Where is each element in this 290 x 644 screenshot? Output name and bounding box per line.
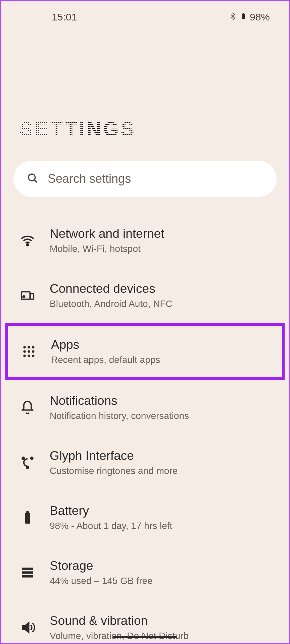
svg-line-3 bbox=[34, 180, 37, 182]
item-subtitle: Recent apps, default apps bbox=[51, 355, 160, 365]
item-title: Connected devices bbox=[50, 282, 173, 296]
svg-point-16 bbox=[32, 355, 34, 357]
status-right: 98% bbox=[229, 11, 270, 23]
item-title: Notifications bbox=[50, 394, 189, 408]
setting-item-battery[interactable]: Battery 98% - About 1 day, 17 hrs left bbox=[1, 490, 289, 545]
svg-point-9 bbox=[28, 346, 30, 348]
svg-point-19 bbox=[27, 467, 29, 469]
page-title: SETTINGS bbox=[19, 117, 289, 141]
svg-rect-22 bbox=[22, 568, 33, 570]
item-title: Glyph Interface bbox=[50, 449, 178, 463]
svg-point-18 bbox=[31, 457, 33, 459]
search-icon bbox=[27, 172, 38, 185]
apps-icon bbox=[21, 344, 36, 359]
item-subtitle: 44% used – 145 GB free bbox=[50, 576, 153, 586]
battery-pct: 98% bbox=[250, 11, 270, 23]
battery-icon bbox=[20, 510, 35, 525]
bell-icon bbox=[20, 400, 35, 415]
svg-point-13 bbox=[32, 350, 34, 353]
storage-icon bbox=[20, 565, 35, 580]
item-subtitle: Bluetooth, Android Auto, NFC bbox=[50, 299, 173, 309]
svg-point-11 bbox=[23, 350, 26, 353]
svg-point-15 bbox=[28, 355, 30, 357]
setting-item-storage[interactable]: Storage 44% used – 145 GB free bbox=[1, 545, 289, 600]
svg-point-8 bbox=[23, 346, 26, 348]
svg-rect-20 bbox=[25, 513, 30, 524]
devices-icon bbox=[20, 288, 35, 303]
svg-point-14 bbox=[23, 355, 26, 357]
svg-point-2 bbox=[29, 174, 35, 181]
svg-point-10 bbox=[32, 346, 34, 348]
setting-item-notifications[interactable]: Notifications Notification history, conv… bbox=[1, 380, 289, 435]
svg-point-12 bbox=[28, 350, 30, 353]
sound-icon bbox=[20, 620, 35, 635]
svg-rect-21 bbox=[26, 511, 29, 513]
setting-item-connected-devices[interactable]: Connected devices Bluetooth, Android Aut… bbox=[1, 268, 289, 323]
setting-item-network[interactable]: Network and internet Mobile, Wi-Fi, hots… bbox=[1, 213, 289, 268]
setting-item-apps[interactable]: Apps Recent apps, default apps bbox=[5, 323, 285, 380]
item-subtitle: Notification history, conversations bbox=[50, 411, 189, 421]
svg-point-7 bbox=[23, 296, 25, 298]
bluetooth-icon bbox=[229, 11, 237, 23]
item-title: Battery bbox=[50, 504, 172, 518]
setting-item-glyph[interactable]: Glyph Interface Customise ringtones and … bbox=[1, 435, 289, 490]
item-subtitle: 98% - About 1 day, 17 hrs left bbox=[50, 521, 172, 531]
svg-rect-23 bbox=[22, 571, 33, 574]
item-title: Network and internet bbox=[50, 227, 164, 241]
item-title: Storage bbox=[50, 559, 153, 573]
svg-rect-24 bbox=[22, 575, 33, 577]
svg-rect-1 bbox=[243, 13, 244, 14]
item-title: Apps bbox=[51, 338, 160, 352]
item-subtitle: Mobile, Wi-Fi, hotspot bbox=[50, 244, 164, 254]
search-bar[interactable]: Search settings bbox=[13, 161, 277, 197]
glyph-icon bbox=[20, 455, 35, 470]
item-subtitle: Customise ringtones and more bbox=[50, 466, 178, 476]
wifi-icon bbox=[20, 233, 35, 248]
search-placeholder: Search settings bbox=[48, 172, 131, 186]
svg-rect-0 bbox=[242, 14, 245, 19]
status-bar: 15:01 98% bbox=[1, 1, 289, 23]
clock: 15:01 bbox=[52, 11, 77, 23]
item-title: Sound & vibration bbox=[50, 614, 189, 628]
svg-point-17 bbox=[22, 457, 24, 459]
svg-rect-5 bbox=[21, 292, 30, 299]
svg-rect-6 bbox=[31, 294, 34, 300]
battery-status-icon bbox=[240, 11, 246, 23]
nav-indicator[interactable] bbox=[113, 636, 177, 638]
svg-point-4 bbox=[27, 244, 29, 246]
settings-list: Network and internet Mobile, Wi-Fi, hots… bbox=[1, 213, 289, 644]
